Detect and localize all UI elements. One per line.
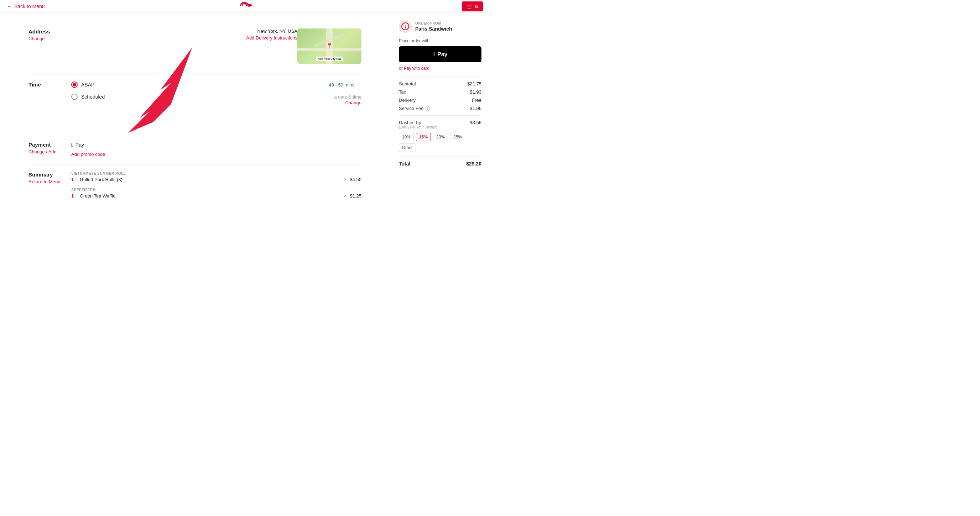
header: ← Back to Menu 🛒 6 bbox=[0, 0, 490, 13]
service-fee-label: Service Fee bbox=[399, 106, 423, 111]
item-group-0: Vietnamese Summer Roll 1 Grilled Pork Ro… bbox=[71, 171, 361, 182]
or-pay-with-card: or Pay with card bbox=[399, 66, 482, 71]
tip-btn-20[interactable]: 20% bbox=[433, 133, 448, 141]
summary-items: Vietnamese Summer Roll 1 Grilled Pork Ro… bbox=[71, 171, 361, 204]
summary-title: Summary bbox=[29, 171, 71, 178]
asap-label: ASAP bbox=[81, 82, 94, 87]
dasher-tip-value: $3.56 bbox=[470, 120, 482, 125]
address-title: Address bbox=[29, 29, 71, 35]
item-category-0: Vietnamese Summer Roll bbox=[71, 171, 361, 175]
asap-radio-selected bbox=[73, 83, 76, 86]
dasher-tip-sub: (100% For Your Dasher) bbox=[399, 125, 437, 129]
service-fee-info-icon[interactable]: i bbox=[425, 106, 430, 111]
item-price-1: $1.25 bbox=[350, 193, 361, 198]
time-section: Time ASAP 49 - 59 mins Scheduled a date … bbox=[29, 75, 361, 113]
time-estimate: 49 - 59 mins bbox=[329, 82, 354, 87]
apple-pay-button[interactable]:  Pay bbox=[399, 46, 482, 62]
delivery-value: Free bbox=[472, 97, 482, 103]
time-options: ASAP 49 - 59 mins Scheduled a date & tim… bbox=[71, 81, 361, 106]
payment-section: Payment Change / Add  Pay Add promo cod… bbox=[29, 135, 361, 164]
item-group-1: Appetizers 1 Green Tea Waffle ✕ $1.25 bbox=[71, 188, 361, 198]
map-inner: 📍 New York City Hall bbox=[298, 29, 361, 64]
place-order-label: Place order with bbox=[399, 38, 482, 43]
main-layout: Address Change 📍 New York City Hall New … bbox=[0, 13, 490, 258]
payment-title: Payment bbox=[29, 141, 71, 148]
apple-pay-btn-icon:  bbox=[433, 51, 435, 58]
time-option-scheduled[interactable]: Scheduled a date & time Change bbox=[71, 94, 361, 100]
payment-method-display:  Pay bbox=[71, 141, 361, 148]
pay-with-card-link[interactable]: Pay with card bbox=[404, 66, 430, 71]
cart-icon: 🛒 bbox=[467, 3, 473, 9]
left-panel: Address Change 📍 New York City Hall New … bbox=[0, 13, 390, 258]
tip-btn-15[interactable]: 15% bbox=[416, 133, 431, 141]
table-row: 1 Green Tea Waffle ✕ $1.25 bbox=[71, 193, 361, 198]
tip-btn-10[interactable]: 10% bbox=[399, 133, 414, 141]
restaurant-info: ORDER FROM Paris Sandwich bbox=[415, 21, 452, 32]
apple-pay-icon:  bbox=[71, 141, 73, 148]
divider-2 bbox=[399, 115, 482, 116]
cart-button[interactable]: 🛒 6 bbox=[462, 2, 483, 11]
item-qty-1: 1 bbox=[71, 193, 77, 198]
back-to-menu-button[interactable]: ← Back to Menu bbox=[7, 3, 45, 9]
tax-value: $1.93 bbox=[470, 89, 482, 95]
scheduled-label: Scheduled bbox=[81, 94, 105, 100]
time-option-asap[interactable]: ASAP 49 - 59 mins bbox=[71, 81, 361, 88]
order-from-label: ORDER FROM bbox=[415, 21, 452, 25]
add-promo-code-link[interactable]: Add promo code bbox=[71, 152, 361, 157]
back-to-menu-label: Back to Menu bbox=[14, 3, 45, 9]
payment-method-label: Pay bbox=[75, 142, 84, 148]
service-fee-label-group: Service Fee i bbox=[399, 106, 430, 111]
summary-section: Summary Return to Menu Vietnamese Summer… bbox=[29, 164, 361, 211]
apple-pay-btn-label: Pay bbox=[437, 51, 447, 58]
item-remove-1[interactable]: ✕ bbox=[344, 194, 347, 198]
map-pin: 📍 bbox=[326, 42, 333, 49]
asap-radio[interactable] bbox=[71, 81, 78, 88]
address-header: Address Change bbox=[29, 29, 71, 41]
map-thumbnail: 📍 New York City Hall bbox=[298, 29, 361, 64]
time-change-link[interactable]: Change bbox=[334, 100, 361, 105]
restaurant-name: Paris Sandwich bbox=[415, 26, 452, 32]
payment-change-link[interactable]: Change / Add bbox=[29, 149, 71, 154]
divider-3 bbox=[399, 156, 482, 157]
subtotal-label: Subtotal bbox=[399, 81, 416, 86]
time-title: Time bbox=[29, 81, 71, 87]
item-name-1: Green Tea Waffle bbox=[80, 193, 341, 198]
total-label: Total bbox=[399, 161, 410, 167]
cart-count: 6 bbox=[475, 3, 478, 9]
total-value: $29.20 bbox=[466, 161, 482, 167]
item-remove-0[interactable]: ✕ bbox=[344, 177, 347, 182]
address-section: Address Change 📍 New York City Hall New … bbox=[29, 21, 361, 75]
address-change-link[interactable]: Change bbox=[29, 36, 71, 41]
item-qty-0: 1 bbox=[71, 177, 77, 182]
address-content: 📍 New York City Hall New York, NY, USA A… bbox=[86, 29, 361, 67]
or-label: or bbox=[399, 66, 404, 71]
tip-options: 10% 15% 20% 25% Other bbox=[399, 133, 482, 152]
payment-header: Payment Change / Add bbox=[29, 141, 71, 157]
service-fee-row: Service Fee i $1.96 bbox=[399, 106, 482, 111]
dasher-tip-label: Dasher Tip bbox=[399, 120, 437, 125]
back-arrow-icon: ← bbox=[7, 3, 12, 9]
service-fee-value: $1.96 bbox=[470, 106, 482, 111]
dasher-tip-label-group: Dasher Tip (100% For Your Dasher) bbox=[399, 120, 437, 129]
total-row: Total $29.20 bbox=[399, 161, 482, 167]
time-header: Time bbox=[29, 81, 71, 106]
scheduled-radio[interactable] bbox=[71, 94, 78, 100]
subtotal-row: Subtotal $21.75 bbox=[399, 81, 482, 86]
schedule-right: a date & time Change bbox=[334, 94, 361, 105]
doordash-logo bbox=[238, 1, 252, 12]
tip-btn-25[interactable]: 25% bbox=[450, 133, 465, 141]
delivery-row: Delivery Free bbox=[399, 97, 482, 103]
map-city-hall-label: New York City Hall bbox=[316, 57, 342, 61]
item-category-1: Appetizers bbox=[71, 188, 361, 192]
return-to-menu-link[interactable]: Return to Menu bbox=[29, 179, 71, 184]
table-row: 1 Grilled Pork Rolls (3) ✕ $4.50 bbox=[71, 177, 361, 182]
tip-btn-other[interactable]: Other bbox=[399, 143, 416, 152]
delivery-label: Delivery bbox=[399, 97, 415, 103]
restaurant-header: 🗼 ORDER FROM Paris Sandwich bbox=[399, 20, 482, 33]
tax-row: Tax $1.93 bbox=[399, 89, 482, 95]
dasher-tip-row: Dasher Tip (100% For Your Dasher) $3.56 bbox=[399, 120, 482, 129]
svg-text:🗼: 🗼 bbox=[404, 25, 408, 29]
payment-content:  Pay Add promo code bbox=[71, 141, 361, 157]
svg-point-1 bbox=[250, 4, 252, 6]
item-name-0: Grilled Pork Rolls (3) bbox=[80, 177, 341, 182]
